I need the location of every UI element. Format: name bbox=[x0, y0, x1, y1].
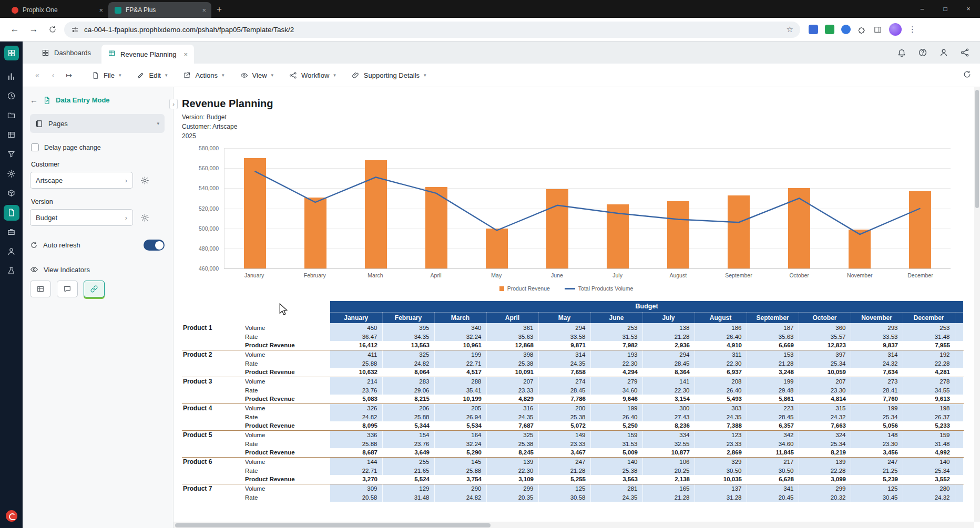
sidebar-settings-icon[interactable] bbox=[2, 164, 21, 183]
x-tick-label: September bbox=[708, 272, 769, 278]
indicator-comment-button[interactable] bbox=[57, 281, 78, 297]
indicator-table-button[interactable] bbox=[30, 281, 51, 297]
maximize-button[interactable]: □ bbox=[934, 0, 957, 18]
browser-tab-prophix-one[interactable]: Prophix One × bbox=[5, 2, 108, 18]
table-row[interactable]: Rate23.7629.0635.4123.3328.4534.6022.302… bbox=[182, 386, 963, 395]
tab-revenue-planning[interactable]: Revenue Planning × bbox=[101, 45, 194, 64]
column-header: November bbox=[851, 312, 903, 323]
customer-select[interactable]: Artscape › bbox=[30, 172, 133, 189]
collapse-all-icon[interactable]: « bbox=[31, 69, 44, 81]
account-icon[interactable] bbox=[939, 48, 948, 57]
site-settings-icon[interactable] bbox=[71, 26, 79, 34]
delay-page-change-checkbox[interactable] bbox=[31, 143, 39, 151]
table-row[interactable]: Rate22.7121.6525.8822.3021.2825.3820.253… bbox=[182, 466, 963, 475]
extension-icon-blue[interactable] bbox=[809, 25, 818, 34]
table-row[interactable]: Product 7Volume3091292902991252811651373… bbox=[182, 484, 963, 493]
table-row[interactable]: Product Revenue5,0838,21510,1994,8297,78… bbox=[182, 395, 963, 403]
table-row[interactable]: Rate25.8824.8222.7125.3824.3522.3028.452… bbox=[182, 359, 963, 368]
view-menu[interactable]: View ▾ bbox=[232, 68, 281, 82]
browser-tab-fpa-plus[interactable]: FP&A Plus × bbox=[108, 2, 211, 18]
notifications-bell-icon[interactable] bbox=[897, 48, 906, 57]
vertical-scrollbar[interactable] bbox=[974, 87, 980, 522]
minimize-button[interactable]: – bbox=[911, 0, 934, 18]
actions-menu[interactable]: Actions ▾ bbox=[175, 68, 232, 82]
panel-collapse-handle[interactable]: › bbox=[169, 99, 178, 109]
url-text[interactable]: ca-004-1-fpaplus.prophixdemo.com/pshah/f… bbox=[84, 26, 781, 34]
x-axis-labels: JanuaryFebruaryMarchAprilMayJuneJulyAugu… bbox=[224, 272, 951, 278]
horizontal-scrollbar[interactable] bbox=[173, 522, 974, 528]
table-row[interactable]: Product Revenue8,6873,6495,2908,2453,467… bbox=[182, 448, 963, 457]
profile-avatar[interactable] bbox=[889, 23, 902, 36]
x-tick-label: December bbox=[890, 272, 951, 278]
prophix-app-logo[interactable] bbox=[4, 46, 19, 60]
table-row[interactable]: Rate24.8225.8826.9424.3525.3826.4027.432… bbox=[182, 412, 963, 421]
sidebar-lab-icon[interactable] bbox=[2, 261, 21, 281]
table-row[interactable]: Product 4Volume3262062053162001993003032… bbox=[182, 403, 963, 412]
table-row[interactable]: Product Revenue3,2705,5243,7543,1095,255… bbox=[182, 475, 963, 484]
table-row[interactable]: Rate20.5831.4824.8220.3530.5824.3521.283… bbox=[182, 493, 963, 502]
sidebar-users-icon[interactable] bbox=[2, 242, 21, 261]
browser-navbar: ← → ca-004-1-fpaplus.prophixdemo.com/psh… bbox=[0, 18, 980, 42]
reload-icon[interactable] bbox=[45, 22, 60, 37]
auto-refresh-toggle[interactable] bbox=[144, 240, 165, 251]
table-row[interactable]: Product 6Volume1442551451392471401063292… bbox=[182, 457, 963, 466]
dashboards-nav-item[interactable]: Dashboards bbox=[31, 42, 101, 64]
x-tick-label: June bbox=[527, 272, 587, 278]
y-axis-labels: 460,000480,000500,000520,000540,000560,0… bbox=[182, 148, 224, 269]
supporting-details-menu[interactable]: Supporting Details ▾ bbox=[344, 68, 434, 82]
workflow-menu[interactable]: Workflow ▾ bbox=[281, 68, 344, 82]
table-row[interactable]: Product Revenue10,6328,0644,51710,0917,6… bbox=[182, 368, 963, 377]
customer-line: Customer: Artscape bbox=[182, 123, 980, 130]
side-panel-icon[interactable] bbox=[873, 25, 882, 34]
extension-icon-green[interactable] bbox=[825, 25, 834, 34]
table-row[interactable]: Product 5Volume3361541643251491593341233… bbox=[182, 430, 963, 439]
pin-panel-icon[interactable]: ↦ bbox=[63, 69, 75, 81]
sidebar-briefcase-icon[interactable] bbox=[2, 222, 21, 242]
close-button[interactable]: × bbox=[957, 0, 980, 18]
vertical-scrollbar-thumb[interactable] bbox=[975, 90, 979, 208]
customer-settings-gear-icon[interactable] bbox=[140, 176, 149, 185]
bookmark-star-icon[interactable]: ☆ bbox=[787, 25, 793, 34]
tab-close-icon[interactable]: × bbox=[99, 6, 103, 14]
table-row[interactable]: Product 3Volume2142832882072742791412081… bbox=[182, 377, 963, 386]
prophix-bottom-logo[interactable] bbox=[6, 510, 17, 522]
collapse-icon[interactable]: ‹ bbox=[47, 69, 59, 81]
pages-section-header[interactable]: Pages ▾ bbox=[30, 114, 165, 133]
y-tick-label: 580,000 bbox=[199, 145, 219, 151]
extension-icon-globe[interactable] bbox=[841, 25, 851, 34]
table-row[interactable]: Rate36.4734.3532.2435.6333.5831.5321.282… bbox=[182, 332, 963, 341]
sidebar-templates-icon-active[interactable] bbox=[2, 203, 21, 222]
doc-tab-close-icon[interactable]: × bbox=[184, 50, 188, 58]
sidebar-recent-icon[interactable] bbox=[2, 86, 21, 106]
help-icon[interactable] bbox=[918, 48, 927, 57]
version-select[interactable]: Budget › bbox=[30, 209, 133, 226]
doc-tab-label: Revenue Planning bbox=[120, 50, 176, 58]
toolbar-refresh-button[interactable] bbox=[963, 70, 972, 81]
table-row[interactable]: Rate25.8823.7632.2425.3823.3331.5332.552… bbox=[182, 439, 963, 448]
table-row[interactable]: Product 1Volume4503953403612942531381861… bbox=[182, 323, 963, 332]
share-icon[interactable] bbox=[960, 48, 969, 57]
puzzle-extensions-icon[interactable] bbox=[858, 25, 866, 34]
auto-refresh-row: Auto refresh bbox=[30, 240, 165, 251]
edit-menu[interactable]: Edit ▾ bbox=[129, 68, 175, 82]
file-menu[interactable]: File ▾ bbox=[84, 68, 129, 82]
data-entry-mode[interactable]: ← Data Entry Mode bbox=[30, 96, 165, 105]
sidebar-folder-icon[interactable] bbox=[2, 106, 21, 125]
version-settings-gear-icon[interactable] bbox=[140, 213, 149, 222]
forward-icon[interactable]: → bbox=[26, 22, 41, 37]
back-icon[interactable]: ← bbox=[7, 22, 22, 37]
browser-menu-icon[interactable]: ⋮ bbox=[908, 25, 916, 34]
table-row[interactable]: Product 2Volume4113251993983141932943111… bbox=[182, 350, 963, 359]
sidebar-analytics-icon[interactable] bbox=[2, 67, 21, 86]
tab-close-icon[interactable]: × bbox=[202, 6, 206, 14]
sidebar-table-icon[interactable] bbox=[2, 125, 21, 144]
horizontal-scrollbar-thumb[interactable] bbox=[175, 523, 491, 527]
back-arrow-icon[interactable]: ← bbox=[30, 96, 38, 105]
table-row[interactable]: Product Revenue16,41213,56310,96112,8689… bbox=[182, 341, 963, 350]
sidebar-models-icon[interactable] bbox=[2, 183, 21, 203]
table-row[interactable]: Product Revenue8,0955,3445,5347,6875,072… bbox=[182, 421, 963, 430]
address-bar[interactable]: ca-004-1-fpaplus.prophixdemo.com/pshah/f… bbox=[64, 22, 800, 38]
indicator-link-button[interactable] bbox=[84, 281, 105, 297]
sidebar-filter-icon[interactable] bbox=[2, 144, 21, 164]
new-tab-button[interactable]: + bbox=[217, 4, 222, 15]
